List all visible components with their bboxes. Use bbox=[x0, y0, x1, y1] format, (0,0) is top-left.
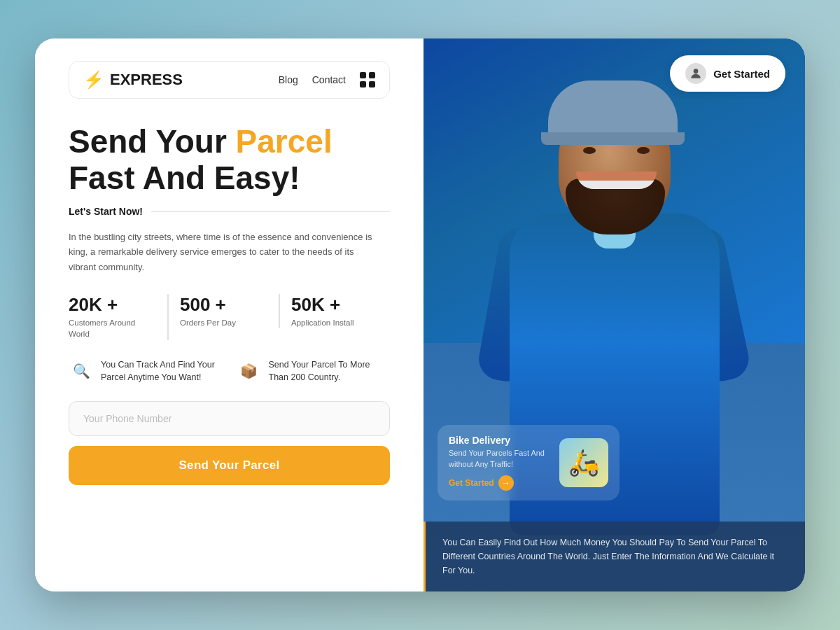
stat-installs: 50K + Application Install bbox=[280, 294, 390, 328]
grid-dot bbox=[369, 72, 375, 78]
hero-title-accent: Parcel bbox=[236, 123, 332, 160]
feature-countries-text: Send Your Parcel To More Than 200 Countr… bbox=[269, 358, 391, 385]
grid-dot bbox=[360, 72, 366, 78]
brand-name: EXPRESS bbox=[110, 71, 183, 89]
bike-card-image: 🛵 bbox=[559, 438, 608, 487]
bike-delivery-card: Bike Delivery Send Your Parcels Fast And… bbox=[438, 425, 620, 500]
grid-dot bbox=[369, 81, 375, 88]
nav-blog[interactable]: Blog bbox=[279, 74, 298, 85]
subtitle-divider bbox=[151, 211, 390, 212]
stat-orders: 500 + Orders Per Day bbox=[169, 294, 280, 328]
hero-description: In the bustling city streets, where time… bbox=[69, 230, 377, 274]
cap bbox=[548, 80, 678, 136]
hero-title: Send Your Parcel Fast And Easy! bbox=[69, 124, 390, 196]
bike-card-link[interactable]: Get Started → bbox=[449, 475, 551, 491]
hero-title-plain: Send Your bbox=[69, 123, 236, 160]
nav-links: Blog Contact bbox=[279, 72, 375, 88]
phone-input[interactable] bbox=[69, 401, 390, 436]
stat-installs-label: Application Install bbox=[291, 317, 379, 328]
features-row: 🔍 You Can Track And Find Your Parcel Any… bbox=[69, 358, 390, 385]
face bbox=[559, 102, 671, 227]
right-panel: Get Started Bike Delivery Send Your Parc… bbox=[424, 38, 805, 592]
feature-countries: 📦 Send Your Parcel To More Than 200 Coun… bbox=[237, 358, 391, 385]
eye-left bbox=[583, 147, 596, 154]
stat-customers-number: 20K + bbox=[69, 294, 156, 316]
get-started-button[interactable]: Get Started bbox=[670, 55, 785, 92]
feature-tracking-text: You Can Track And Find Your Parcel Anyti… bbox=[101, 358, 223, 385]
grid-icon[interactable] bbox=[360, 72, 375, 88]
navbar: ⚡ EXPRESS Blog Contact bbox=[69, 61, 390, 99]
grid-dot bbox=[360, 81, 366, 88]
bike-icon: 🛵 bbox=[568, 448, 600, 477]
send-parcel-button[interactable]: Send Your Parcel bbox=[69, 446, 390, 485]
stat-installs-number: 50K + bbox=[291, 294, 379, 316]
feature-tracking: 🔍 You Can Track And Find Your Parcel Any… bbox=[69, 358, 223, 385]
smile bbox=[576, 172, 657, 189]
bike-card-arrow-icon: → bbox=[498, 475, 514, 491]
left-panel: ⚡ EXPRESS Blog Contact Send Your Parcel … bbox=[35, 38, 424, 592]
hero-background bbox=[424, 38, 805, 592]
logo-bolt-icon: ⚡ bbox=[83, 70, 104, 90]
stat-customers-label: Customers AroundWorld bbox=[69, 317, 156, 340]
get-started-label: Get Started bbox=[713, 68, 770, 80]
subtitle-row: Let's Start Now! bbox=[69, 206, 390, 217]
logo: ⚡ EXPRESS bbox=[83, 70, 262, 90]
bottom-text: You Can Easily Find Out How Much Money Y… bbox=[442, 536, 788, 578]
stat-orders-label: Orders Per Day bbox=[180, 317, 267, 328]
hero-title-line2: Fast And Easy! bbox=[69, 160, 300, 196]
main-card: ⚡ EXPRESS Blog Contact Send Your Parcel … bbox=[35, 38, 805, 592]
bike-card-title: Bike Delivery bbox=[449, 435, 551, 446]
teeth bbox=[576, 181, 657, 189]
stat-customers: 20K + Customers AroundWorld bbox=[69, 294, 169, 340]
countries-icon: 📦 bbox=[237, 358, 262, 384]
bike-card-link-text: Get Started bbox=[449, 478, 494, 488]
stat-orders-number: 500 + bbox=[180, 294, 267, 316]
bottom-text-card: You Can Easily Find Out How Much Money Y… bbox=[424, 522, 805, 592]
bike-card-text: Bike Delivery Send Your Parcels Fast And… bbox=[449, 435, 551, 491]
tracking-icon: 🔍 bbox=[69, 358, 94, 384]
bike-card-desc: Send Your Parcels Fast And without Any T… bbox=[449, 448, 551, 470]
subtitle-text: Let's Start Now! bbox=[69, 206, 143, 217]
nav-contact[interactable]: Contact bbox=[312, 74, 346, 85]
stats-row: 20K + Customers AroundWorld 500 + Orders… bbox=[69, 294, 390, 340]
avatar-icon bbox=[685, 63, 706, 84]
svg-point-0 bbox=[694, 69, 699, 74]
cap-brim bbox=[541, 132, 685, 145]
eye-right bbox=[637, 147, 650, 154]
